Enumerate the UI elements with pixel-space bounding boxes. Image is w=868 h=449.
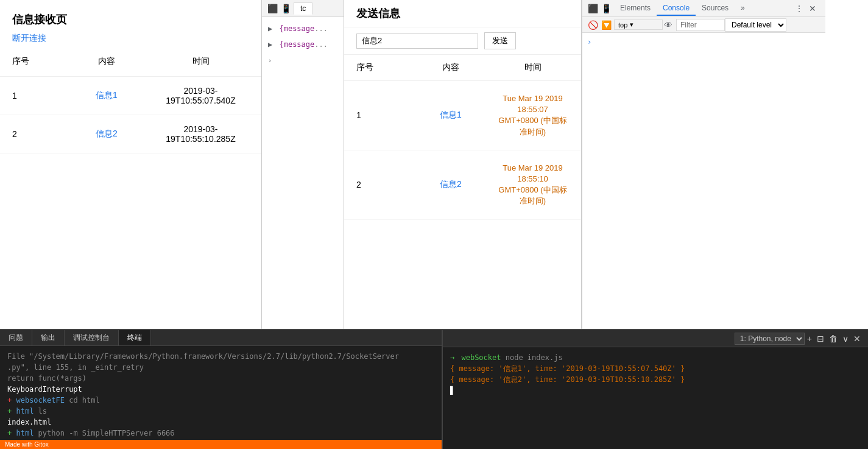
terminal-line: .py", line 155, in _eintr_retry	[7, 362, 434, 373]
terminal-line: File "/System/Library/Frameworks/Python.…	[7, 351, 434, 362]
clear-console-icon[interactable]: 🚫	[587, 19, 598, 30]
right-table-header: 序号 内容 时间	[344, 54, 581, 81]
disconnect-button[interactable]: 断开连接	[0, 30, 261, 47]
rt-close-button[interactable]: ✕	[851, 334, 863, 344]
close-icon[interactable]: ✕	[807, 3, 818, 14]
term-dir3: html	[16, 429, 34, 437]
tab-terminal[interactable]: 终端	[119, 330, 151, 345]
r-row-time-2: Tue Mar 19 201918:55:10GMT+0800 (中国标准时间)	[496, 163, 569, 207]
tree-tag-2: {message	[279, 40, 314, 49]
tab-more[interactable]: »	[735, 1, 751, 16]
right-table-row: 2 信息2 Tue Mar 19 201918:55:10GMT+0800 (中…	[344, 150, 581, 220]
terminal-line: + websocketFE cd html	[7, 395, 434, 406]
console-content: ›	[582, 33, 825, 329]
terminal-tabs: 问题 输出 调试控制台 终端	[0, 330, 442, 346]
term-text: cd html	[69, 396, 100, 405]
terminal-content: File "/System/Library/Frameworks/Python.…	[0, 346, 442, 440]
term-dir: websocketFE	[16, 396, 64, 405]
r-col-content: 内容	[405, 62, 496, 73]
term-file: index.html	[7, 418, 51, 426]
tab-issues[interactable]: 问题	[0, 330, 32, 345]
term-text: python -m SimpleHTTPServer 6666	[38, 429, 175, 437]
devtools-right-panel: ⬛ 📱 Elements Console Sources » ⋮ ✕ 🚫 🔽 t…	[582, 0, 825, 329]
term-dir2: html	[16, 407, 34, 415]
devtools-right-toolbar: ⬛ 📱 Elements Console Sources » ⋮ ✕	[582, 0, 825, 17]
left-col-time: 时间	[152, 56, 249, 67]
r-row-seq-1: 1	[356, 110, 405, 120]
r-col-seq: 序号	[356, 62, 405, 73]
term-text: ls	[38, 407, 47, 415]
tab-debug-console[interactable]: 调试控制台	[65, 330, 119, 345]
send-header: 发送信息	[344, 0, 581, 27]
middle-panel: ⬛ 📱 tc ▶ {message... ▶ {message... › 发送信…	[262, 0, 582, 329]
left-table-header: 序号 内容 时间	[0, 47, 261, 77]
tab-elements[interactable]: Elements	[614, 1, 657, 16]
tree-arrow-1[interactable]: ▶	[268, 24, 272, 33]
table-row: 1 信息1 2019-03-19T10:55:07.540Z	[0, 77, 261, 115]
term-text: KeyboardInterrupt	[7, 385, 82, 394]
phone-icon[interactable]: 📱	[280, 3, 291, 14]
row-seq-2: 2	[12, 129, 61, 139]
cursor-icon-right[interactable]: ⬛	[587, 3, 598, 14]
rt-line-1: → webSocket node index.js	[450, 352, 861, 363]
rt-chevron-down-button[interactable]: ∨	[840, 334, 851, 344]
msg-input[interactable]	[356, 34, 478, 49]
term-red: +	[7, 396, 12, 405]
left-col-seq: 序号	[12, 56, 61, 67]
rt-line-2: { message: '信息1', time: '2019-03-19T10:5…	[450, 363, 861, 374]
row-time-2: 2019-03-19T10:55:10.285Z	[152, 124, 249, 144]
filter-input[interactable]	[676, 19, 725, 31]
r-row-content-1: 信息1	[405, 110, 496, 121]
rt-data-1: { message: '信息1', time: '2019-03-19T10:5…	[450, 364, 685, 373]
top-selector[interactable]: top ▾	[614, 19, 663, 30]
devtools-tab[interactable]: tc	[294, 2, 312, 15]
level-dropdown[interactable]: Default level	[725, 18, 786, 32]
expand-arrow[interactable]: ›	[268, 57, 272, 64]
term-green: +	[7, 407, 12, 415]
send-button[interactable]: 发送	[484, 32, 516, 49]
rt-line-3: { message: '信息2', time: '2019-03-19T10:5…	[450, 374, 861, 385]
devtools-tabs: Elements Console Sources »	[614, 1, 751, 16]
terminal-panel: 问题 输出 调试控制台 终端 File "/System/Library/Fra…	[0, 330, 442, 449]
row-content-1: 信息1	[61, 90, 152, 101]
settings-icon[interactable]: ⋮	[794, 3, 805, 14]
tree-tag-1: {message	[279, 24, 314, 33]
bottom-area: 问题 输出 调试控制台 终端 File "/System/Library/Fra…	[0, 329, 868, 449]
terminal-line: + html ls	[7, 406, 434, 417]
send-title: 发送信息	[356, 6, 569, 21]
right-terminal: 1: Python, node + ⊟ 🗑 ∨ ✕ → webSocket no…	[442, 330, 868, 449]
terminal-line: index.html	[7, 417, 434, 428]
row-time-1: 2019-03-19T10:55:07.540Z	[152, 86, 249, 105]
term-text: return func(*args)	[7, 374, 86, 383]
rt-split-button[interactable]: ⊟	[814, 334, 827, 344]
send-panel: 发送信息 发送 序号 内容 时间 1 信息1 Tue Mar 19 201918…	[344, 0, 581, 329]
rt-line-4: ▋	[450, 385, 861, 396]
console-expand-arrow[interactable]: ›	[587, 38, 820, 46]
tab-sources[interactable]: Sources	[696, 1, 735, 16]
rt-data-2: { message: '信息2', time: '2019-03-19T10:5…	[450, 375, 685, 384]
rt-env-select[interactable]: 1: Python, node	[735, 333, 805, 345]
rt-trash-button[interactable]: 🗑	[827, 334, 840, 344]
tab-output[interactable]: 输出	[32, 330, 65, 345]
row-content-2: 信息2	[61, 129, 152, 140]
left-col-content: 内容	[61, 56, 152, 67]
phone-icon-right[interactable]: 📱	[601, 3, 612, 14]
left-panel-title: 信息接收页	[0, 6, 261, 30]
terminal-line: KeyboardInterrupt	[7, 384, 434, 395]
r-row-time-1: Tue Mar 19 201918:55:07GMT+0800 (中国标准时间)	[496, 93, 569, 138]
filter-icon[interactable]: 🔽	[601, 19, 612, 30]
right-terminal-toolbar: 1: Python, node + ⊟ 🗑 ∨ ✕	[443, 330, 868, 347]
r-col-time: 时间	[496, 62, 569, 73]
table-row: 2 信息2 2019-03-19T10:55:10.285Z	[0, 115, 261, 154]
r-row-seq-2: 2	[356, 180, 405, 189]
rt-add-button[interactable]: +	[805, 334, 814, 344]
tree-arrow-2[interactable]: ▶	[268, 40, 272, 49]
right-table-row: 1 信息1 Tue Mar 19 201918:55:07GMT+0800 (中…	[344, 81, 581, 150]
r-row-content-2: 信息2	[405, 179, 496, 190]
tab-console[interactable]: Console	[657, 1, 696, 16]
chevron-down-icon: ▾	[630, 21, 633, 29]
rt-arrow-icon: →	[450, 353, 454, 362]
eye-icon[interactable]: 👁	[663, 19, 674, 30]
cursor-icon[interactable]: ⬛	[267, 3, 278, 14]
left-panel: 信息接收页 断开连接 序号 内容 时间 1 信息1 2019-03-19T10:…	[0, 0, 262, 329]
